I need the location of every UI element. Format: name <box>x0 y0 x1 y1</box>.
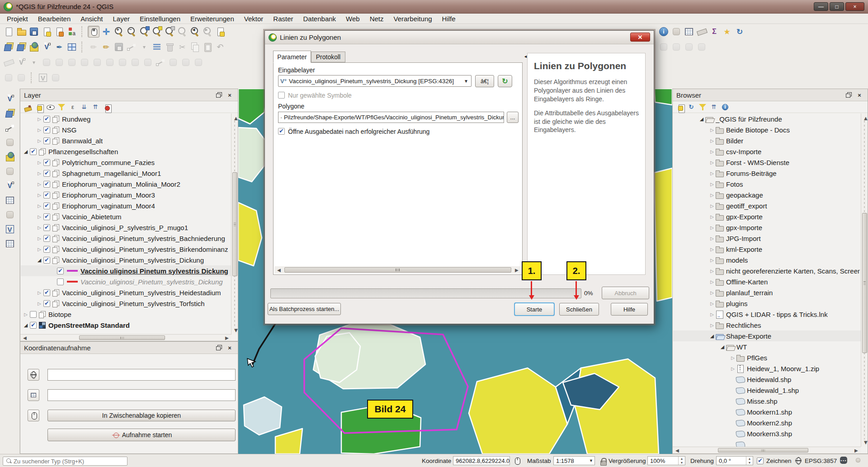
collapse-all-button[interactable]: ⇈ <box>91 103 100 112</box>
browser-tree-item[interactable]: ▷PflGes <box>673 352 861 363</box>
expander-icon[interactable]: ▷ <box>709 236 715 241</box>
layer-tree-item[interactable]: ▷Vaccinio_uliginosi_P_sylvestris_P_mugo1 <box>21 222 231 233</box>
paste-features-button[interactable] <box>202 41 213 53</box>
pan-map-button[interactable] <box>88 26 99 38</box>
magnifier-spinbox[interactable]: 100% ▲▼ <box>647 456 685 465</box>
layer-tree-item[interactable]: ▷Vaccinio_uliginosi_Pinetum_sylvestris_B… <box>21 244 231 255</box>
copy-features-button[interactable] <box>189 41 201 53</box>
scroll-thumb[interactable] <box>718 448 808 453</box>
visibility-checkbox[interactable] <box>57 278 64 285</box>
menu-bearbeiten[interactable]: Bearbeiten <box>33 14 76 24</box>
layer-tree-item[interactable]: ▷Polytrichum_commune_Fazies <box>21 157 231 168</box>
browser-tree-item[interactable]: ▷Rechtliches <box>673 320 861 330</box>
save-project-button[interactable] <box>28 26 40 38</box>
run-button[interactable]: Starte <box>514 303 554 316</box>
float-panel-button[interactable] <box>214 91 223 99</box>
zoom-in-button[interactable]: + <box>113 26 125 38</box>
filter-browser-button[interactable] <box>698 103 707 112</box>
spin-arrows[interactable]: ▲▼ <box>746 457 753 465</box>
digitizing-tool-16-button[interactable] <box>193 57 204 68</box>
close-panel-button[interactable]: × <box>225 90 234 99</box>
visibility-checkbox[interactable] <box>43 192 50 198</box>
collapse-all-browser-button[interactable]: ⇈ <box>709 103 718 112</box>
browser-tree-item[interactable]: ▷gpx-Exporte <box>673 211 861 222</box>
layer-tree-item[interactable]: ▷Rundweg <box>21 113 231 124</box>
browser-vertical-scrollbar[interactable]: ▲ ▼ <box>861 113 868 447</box>
expander-icon[interactable]: ▷ <box>709 127 715 132</box>
refresh-icon[interactable]: ↻ <box>498 75 512 87</box>
layer-horizontal-scrollbar[interactable]: ◄ ► <box>20 334 231 341</box>
pan-to-selection-button[interactable]: ✛ <box>100 26 112 38</box>
open-attribute-table-button[interactable] <box>683 26 695 38</box>
messages-button[interactable] <box>839 456 848 465</box>
properties-button[interactable] <box>721 103 730 112</box>
input-layer-combobox[interactable]: V° Vaccinio_uliginosi_Pinetum_sylvestris… <box>278 75 472 87</box>
browser-tree-item[interactable]: ▷Heidew_1, Moorw_1.zip <box>673 363 861 374</box>
scroll-left-icon[interactable]: ◄ <box>20 333 29 342</box>
filter-legend-button[interactable] <box>57 103 66 112</box>
spin-arrows[interactable]: ▲▼ <box>678 457 685 465</box>
data-source-manager-button[interactable] <box>3 41 14 53</box>
close-panel-button[interactable]: × <box>225 343 234 352</box>
lock-scale-icon[interactable] <box>598 456 607 465</box>
copy-to-clipboard-button[interactable]: In Zwischenablage kopieren <box>47 410 236 421</box>
render-checkbox[interactable] <box>757 458 764 464</box>
browser-tree-item[interactable]: ▷kml-Exporte <box>673 244 861 255</box>
filter-by-expression-button[interactable]: ε <box>68 103 77 112</box>
browser-tree-item[interactable]: Moorkern3.shp <box>673 428 861 439</box>
visibility-checkbox[interactable] <box>43 246 50 253</box>
side-vector-tool-button[interactable]: V <box>4 93 16 105</box>
help-button[interactable]: Hilfe <box>611 303 648 316</box>
browser-tree-item[interactable]: ◢Shape-Exporte <box>673 330 861 341</box>
cancel-button[interactable]: Abbruch <box>602 287 649 299</box>
measure-button[interactable] <box>696 26 708 38</box>
layer-tree-item[interactable]: ▷Vaccinio_uliginosi_Pinetum_sylvestris_B… <box>21 233 231 244</box>
start-capture-button[interactable]: Aufnahme starten <box>47 429 236 441</box>
menu-ansicht[interactable]: Ansicht <box>75 14 108 24</box>
selection-tool-4-button[interactable] <box>50 72 61 84</box>
scroll-thumb[interactable] <box>79 335 165 340</box>
new-map-view-button[interactable] <box>214 26 226 38</box>
selection-tool-3-button[interactable]: V <box>37 72 49 84</box>
scroll-down-icon[interactable]: ▼ <box>231 325 241 335</box>
close-dialog-button[interactable]: Schließen <box>559 303 599 316</box>
digitizing-tool-3-button[interactable]: ▾ <box>28 57 40 68</box>
mouse-extent-icon[interactable] <box>512 456 521 465</box>
manage-map-themes-button[interactable] <box>46 103 55 112</box>
layer-tree-item[interactable]: Vaccinio uliginosi Pinetum sylvestris Di… <box>21 265 231 276</box>
browser-tree-item[interactable]: ▷JPG-Import <box>673 233 861 244</box>
layer-tree-item[interactable]: ▷Vaccinio_Abietetum <box>21 211 231 222</box>
visibility-checkbox[interactable] <box>43 137 50 144</box>
selection-tool-2-button[interactable] <box>15 72 27 84</box>
expander-icon[interactable]: ▷ <box>709 247 715 252</box>
digitizing-tool-8-button[interactable] <box>91 57 103 68</box>
dialog-title-bar[interactable]: Linien zu Polygonen <box>265 31 654 44</box>
menu-vektor[interactable]: Vektor <box>239 14 269 24</box>
visibility-checkbox[interactable] <box>43 203 50 209</box>
expander-icon[interactable]: ▷ <box>709 138 715 143</box>
browser-tree-item[interactable]: ▷plugins <box>673 298 861 309</box>
zoom-to-selection-button[interactable] <box>151 26 163 38</box>
zoom-last-button[interactable]: ◂ <box>189 26 201 38</box>
expander-icon[interactable]: ▷ <box>36 301 42 306</box>
delete-selected-button[interactable] <box>164 41 175 53</box>
zoom-out-button[interactable]: − <box>126 26 137 38</box>
browser-tree-item[interactable]: Moorkern1.shp <box>673 406 861 417</box>
browse-button[interactable]: ... <box>507 112 519 123</box>
expander-icon[interactable]: ▷ <box>36 193 42 198</box>
extra-tool-3-button[interactable] <box>683 41 695 53</box>
iterate-button[interactable]: â€¦ <box>475 75 494 87</box>
expander-icon[interactable]: ◢ <box>709 333 715 339</box>
visibility-checkbox[interactable] <box>43 289 50 296</box>
browser-horizontal-scrollbar[interactable]: ◄ ► <box>673 447 861 453</box>
scroll-left-icon[interactable]: ◄ <box>673 446 682 455</box>
menu-hilfe[interactable]: Hilfe <box>437 14 461 24</box>
layer-tree-item[interactable]: ◢OpenStreetMap Standard <box>21 320 231 330</box>
menu-projekt[interactable]: Projekt <box>2 14 33 24</box>
add-vector-layer-button[interactable] <box>15 41 27 53</box>
expander-icon[interactable]: ◢ <box>23 322 29 328</box>
expander-icon[interactable]: ▷ <box>709 312 715 317</box>
expander-icon[interactable]: ▷ <box>709 160 715 165</box>
crs-coordinate-button[interactable] <box>28 369 39 381</box>
project-properties-button[interactable] <box>53 26 65 38</box>
